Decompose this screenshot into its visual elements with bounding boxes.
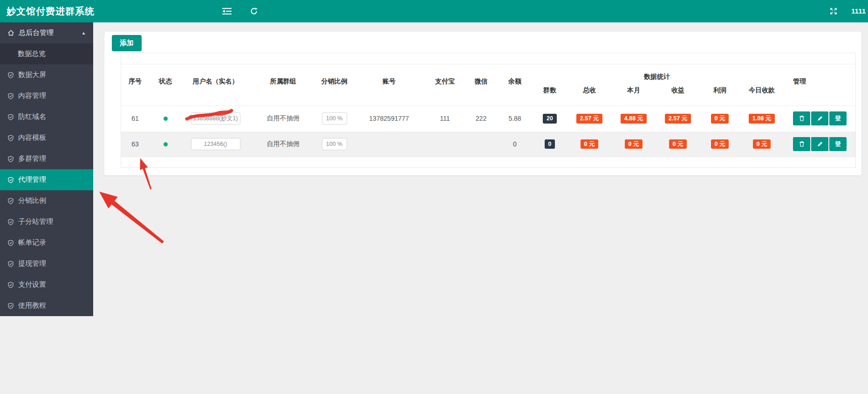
shield-check-icon: [7, 198, 14, 204]
shield-check-icon: [7, 303, 14, 309]
sidebar: 总后台管理 ▲ 数据总览 数据大屏 内容管理 防红域名 内容模板 多群管理 代理…: [0, 22, 93, 316]
wechat-cell: [464, 131, 499, 157]
shield-check-icon: [7, 219, 14, 225]
caret-up-icon: ▲: [82, 31, 86, 35]
sidebar-item-withdraw-mgmt[interactable]: 提现管理: [0, 253, 93, 274]
shield-check-icon: [7, 156, 14, 162]
row-id: 61: [121, 106, 149, 131]
edit-button[interactable]: [811, 137, 828, 151]
shield-check-icon: [7, 93, 14, 99]
col-header-group: 所属群组: [249, 64, 317, 106]
delete-button[interactable]: [793, 111, 810, 125]
groups-count-badge: 0: [545, 139, 555, 149]
agents-table: 序号 状态 用户名（实名） 所属群组 分销比例 账号 支付宝 微信 余额 数据统…: [121, 64, 855, 157]
shield-check-icon: [7, 240, 14, 246]
col-header-total-income: 总收: [568, 82, 610, 106]
wechat-cell: 222: [464, 106, 499, 131]
home-icon: [7, 29, 14, 36]
sidebar-group-admin[interactable]: 总后台管理 ▲: [0, 22, 93, 43]
add-button[interactable]: 添加: [112, 35, 142, 51]
total-income-badge: 2.57 元: [576, 114, 602, 124]
col-group-header-stats: 数据统计: [531, 64, 783, 82]
sidebar-item-distribution-ratio[interactable]: 分销比例: [0, 190, 93, 211]
col-header-status: 状态: [149, 64, 182, 106]
table-row: 63 自用不抽佣 0 0 0 元 0 元 0 元 0 元 0 元: [121, 131, 855, 157]
current-user[interactable]: 1111: [851, 0, 866, 22]
income-badge: 0 元: [669, 139, 687, 149]
alipay-cell: [426, 131, 464, 157]
group-cell: 自用不抽佣: [249, 131, 317, 157]
account-cell: 13782591777: [352, 106, 426, 131]
col-header-balance: 余额: [499, 64, 531, 106]
col-header-manage: 管理: [783, 64, 855, 106]
row-actions: 登: [793, 137, 847, 151]
sidebar-item-tutorial[interactable]: 使用教程: [0, 295, 93, 316]
today-badge: 1.08 元: [749, 114, 775, 124]
balance-cell: 0: [499, 131, 531, 157]
top-bar: 妙文馆付费进群系统 1111: [0, 0, 868, 22]
col-header-account: 账号: [352, 64, 426, 106]
col-header-wechat: 微信: [464, 64, 499, 106]
groups-count-badge: 20: [543, 114, 557, 124]
sidebar-item-agent-mgmt[interactable]: 代理管理: [0, 169, 93, 190]
shield-check-icon: [7, 72, 14, 78]
status-dot: [164, 117, 168, 121]
col-header-username: 用户名（实名）: [182, 64, 249, 106]
profit-badge: 0 元: [711, 139, 729, 149]
balance-cell: 5.88: [499, 106, 531, 131]
row-id: 63: [121, 131, 149, 157]
content-card: 添加 序号 状态 用户名（实名） 所属群组 分销比例 账号 支付宝 微信: [104, 32, 861, 175]
shield-check-icon: [7, 177, 14, 183]
account-cell: [352, 131, 426, 157]
login-button[interactable]: 登: [829, 137, 847, 151]
sidebar-item-multi-group[interactable]: 多群管理: [0, 148, 93, 169]
sidebar-item-substation-mgmt[interactable]: 子分站管理: [0, 211, 93, 232]
alipay-cell: 111: [426, 106, 464, 131]
sidebar-item-billing-records[interactable]: 帐单记录: [0, 232, 93, 253]
col-header-income: 收益: [657, 82, 699, 106]
delete-button[interactable]: [793, 137, 810, 151]
sidebar-group-label: 总后台管理: [19, 28, 54, 37]
fullscreen-icon[interactable]: [826, 0, 841, 22]
col-header-groups-count: 群数: [531, 82, 568, 106]
col-header-today: 今日收款: [741, 82, 783, 106]
table-panel: 序号 状态 用户名（实名） 所属群组 分销比例 账号 支付宝 微信 余额 数据统…: [121, 53, 856, 168]
total-income-badge: 0 元: [581, 139, 599, 149]
sidebar-item-payment-settings[interactable]: 支付设置: [0, 274, 93, 295]
sidebar-item-content-mgmt[interactable]: 内容管理: [0, 85, 93, 106]
sidebar-item-data-overview[interactable]: 数据总览: [0, 43, 93, 64]
ratio-input[interactable]: [322, 138, 347, 150]
col-header-profit: 利润: [699, 82, 741, 106]
table-row: 61 自用不抽佣 13782591777 111 222 5.88 20 2.5…: [121, 106, 855, 131]
refresh-icon[interactable]: [246, 0, 262, 22]
ratio-input[interactable]: [322, 112, 347, 124]
col-header-alipay: 支付宝: [426, 64, 464, 106]
income-badge: 2.57 元: [665, 114, 691, 124]
shield-check-icon: [7, 282, 14, 288]
collapse-menu-icon[interactable]: [219, 0, 235, 22]
group-cell: 自用不抽佣: [249, 106, 317, 131]
sidebar-item-data-screen[interactable]: 数据大屏: [0, 64, 93, 85]
login-button[interactable]: 登: [829, 111, 847, 125]
col-header-ratio: 分销比例: [317, 64, 352, 106]
month-badge: 4.88 元: [621, 114, 647, 124]
shield-check-icon: [7, 114, 14, 120]
annotation-arrow-large: [99, 192, 164, 243]
col-header-id: 序号: [121, 64, 149, 106]
today-badge: 0 元: [753, 139, 771, 149]
profit-badge: 0 元: [711, 114, 729, 124]
username-input[interactable]: [191, 112, 240, 124]
sidebar-item-antired-domain[interactable]: 防红域名: [0, 106, 93, 127]
col-header-month: 本月: [610, 82, 657, 106]
shield-check-icon: [7, 135, 14, 141]
sidebar-item-content-template[interactable]: 内容模板: [0, 127, 93, 148]
edit-button[interactable]: [811, 111, 828, 125]
shield-check-icon: [7, 261, 14, 267]
status-dot: [164, 142, 168, 146]
app-title: 妙文馆付费进群系统: [7, 0, 95, 22]
row-actions: 登: [793, 111, 847, 125]
username-input[interactable]: [191, 138, 240, 150]
month-badge: 0 元: [625, 139, 643, 149]
